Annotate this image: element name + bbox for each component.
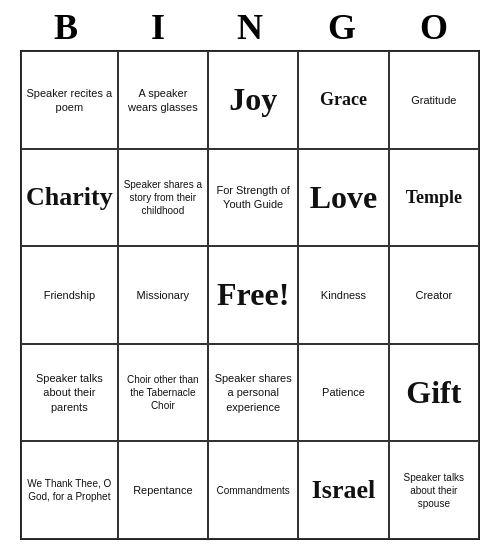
letter-n: N <box>204 6 296 48</box>
letter-b: B <box>20 6 112 48</box>
bingo-cell-21: Repentance <box>118 441 208 539</box>
bingo-cell-7: For Strength of Youth Guide <box>208 149 298 247</box>
bingo-cell-10: Friendship <box>21 246 118 344</box>
bingo-cell-8: Love <box>298 149 388 247</box>
bingo-cell-13: Kindness <box>298 246 388 344</box>
bingo-cell-23: Israel <box>298 441 388 539</box>
bingo-cell-5: Charity <box>21 149 118 247</box>
bingo-cell-22: Commandments <box>208 441 298 539</box>
letter-i: I <box>112 6 204 48</box>
bingo-cell-20: We Thank Thee, O God, for a Prophet <box>21 441 118 539</box>
bingo-cell-17: Speaker shares a personal experience <box>208 344 298 442</box>
bingo-cell-6: Speaker shares a story from their childh… <box>118 149 208 247</box>
bingo-cell-14: Creator <box>389 246 479 344</box>
bingo-cell-18: Patience <box>298 344 388 442</box>
bingo-grid: Speaker recites a poemA speaker wears gl… <box>20 50 480 540</box>
bingo-cell-24: Speaker talks about their spouse <box>389 441 479 539</box>
letter-o: O <box>388 6 480 48</box>
bingo-cell-9: Temple <box>389 149 479 247</box>
bingo-cell-16: Choir other than the Tabernacle Choir <box>118 344 208 442</box>
bingo-cell-19: Gift <box>389 344 479 442</box>
bingo-cell-12: Free! <box>208 246 298 344</box>
bingo-cell-2: Joy <box>208 51 298 149</box>
bingo-title: B I N G O <box>20 0 480 50</box>
bingo-cell-11: Missionary <box>118 246 208 344</box>
bingo-cell-15: Speaker talks about their parents <box>21 344 118 442</box>
bingo-cell-4: Gratitude <box>389 51 479 149</box>
bingo-cell-1: A speaker wears glasses <box>118 51 208 149</box>
bingo-cell-3: Grace <box>298 51 388 149</box>
letter-g: G <box>296 6 388 48</box>
bingo-cell-0: Speaker recites a poem <box>21 51 118 149</box>
